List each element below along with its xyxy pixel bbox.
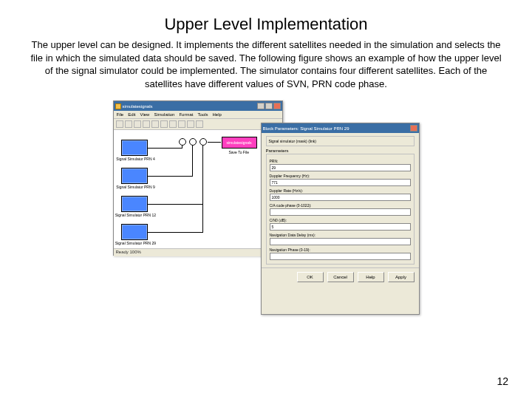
page-number: 12: [497, 375, 508, 387]
minimize-button[interactable]: [257, 103, 265, 109]
tool-button[interactable]: [116, 120, 123, 128]
tool-button[interactable]: [169, 120, 177, 128]
cn0-field[interactable]: 5: [270, 223, 411, 231]
tool-button[interactable]: [134, 120, 141, 128]
block-prn12[interactable]: [121, 196, 148, 212]
menubar: File Edit View Simulation Format Tools H…: [114, 111, 282, 119]
dialog-titlebar: Block Parameters: Signal Simulator PRN 2…: [262, 123, 419, 133]
tool-button[interactable]: [125, 120, 132, 128]
block-label: Signal Simulator PRN 12: [114, 214, 158, 217]
menu-edit[interactable]: Edit: [128, 112, 135, 117]
sum-node[interactable]: [200, 138, 207, 146]
wire: [202, 146, 203, 233]
block-label: Signal Simulator PRN 29: [114, 242, 158, 245]
dialog-button-row: OK Cancel Help Apply: [262, 267, 419, 286]
code-phase-field[interactable]: [270, 208, 411, 216]
help-button[interactable]: Help: [358, 272, 384, 282]
wire: [148, 204, 202, 205]
close-button[interactable]: [410, 125, 417, 132]
block-parameters-dialog: Block Parameters: Signal Simulator PRN 2…: [261, 123, 420, 315]
block-prn4[interactable]: [121, 140, 148, 156]
window-titlebar: simulatesignals: [114, 101, 282, 111]
block-prn29[interactable]: [121, 224, 148, 240]
param-label: Doppler Frequency (Hz):: [270, 174, 411, 178]
slide-body: The upper level can be designed. It impl…: [30, 38, 502, 90]
menu-format[interactable]: Format: [179, 112, 193, 117]
param-label: C/N0 (dB):: [270, 218, 411, 222]
tool-button[interactable]: [143, 120, 150, 128]
save-to-file-block[interactable]: simulatesignals: [222, 137, 257, 149]
status-bar: Ready 100%: [114, 248, 282, 256]
menu-view[interactable]: View: [140, 112, 150, 117]
wire: [148, 148, 182, 149]
tool-button[interactable]: [187, 120, 194, 128]
wire: [148, 232, 202, 233]
doppler-rate-field[interactable]: 1000: [270, 194, 411, 201]
nav-phase-field[interactable]: [270, 253, 411, 260]
prn-field[interactable]: 29: [270, 164, 411, 171]
wire: [208, 142, 221, 143]
block-label: Signal Simulator PRN 4: [114, 157, 158, 161]
param-label: Doppler Rate (Hz/s):: [270, 188, 411, 193]
ok-button[interactable]: OK: [297, 272, 324, 282]
maximize-button[interactable]: [265, 103, 273, 109]
tool-button[interactable]: [178, 120, 185, 128]
model-canvas[interactable]: Signal Simulator PRN 4 Signal Simulator …: [114, 130, 282, 248]
slide-title: Upper Level Implementation: [30, 15, 502, 34]
dialog-description: Signal simulator (mask) (link): [266, 136, 415, 146]
menu-tools[interactable]: Tools: [197, 112, 208, 117]
menu-file[interactable]: File: [117, 112, 124, 117]
block-prn9[interactable]: [121, 168, 148, 184]
menu-help[interactable]: Help: [212, 112, 221, 117]
param-label: C/A code phase (0-1022):: [270, 203, 411, 208]
block-label: Save To File: [229, 150, 249, 154]
menu-simulation[interactable]: Simulation: [154, 112, 174, 117]
tool-button[interactable]: [196, 120, 203, 128]
sum-node[interactable]: [179, 138, 186, 146]
param-label: Navigation Phase (0-19):: [270, 248, 411, 252]
window-title: simulatesignals: [123, 104, 153, 109]
cancel-button[interactable]: Cancel: [327, 272, 354, 282]
dialog-title: Block Parameters: Signal Simulator PRN 2…: [263, 126, 349, 131]
nav-delay-field[interactable]: [270, 238, 411, 245]
tool-button[interactable]: [151, 120, 159, 128]
tool-button[interactable]: [160, 120, 168, 128]
close-button[interactable]: [273, 103, 281, 109]
parameters-label: Parameters: [266, 149, 415, 153]
wire: [182, 146, 183, 149]
param-label: Navigation Data Delay (ms):: [270, 233, 411, 237]
doppler-field[interactable]: 771: [270, 179, 411, 186]
figure: simulatesignals File Edit View Simulatio…: [30, 100, 502, 315]
simulink-window: simulatesignals File Edit View Simulatio…: [113, 100, 283, 256]
sum-node[interactable]: [189, 138, 197, 146]
parameters-group: PRN: 29 Doppler Frequency (Hz): 771 Dopp…: [266, 154, 415, 265]
param-label: PRN:: [270, 159, 411, 163]
wire: [192, 146, 193, 177]
wire: [148, 176, 192, 177]
block-label: Signal Simulator PRN 9: [114, 185, 158, 189]
app-icon: [115, 103, 121, 109]
apply-button[interactable]: Apply: [388, 272, 415, 282]
toolbar: [114, 119, 282, 130]
